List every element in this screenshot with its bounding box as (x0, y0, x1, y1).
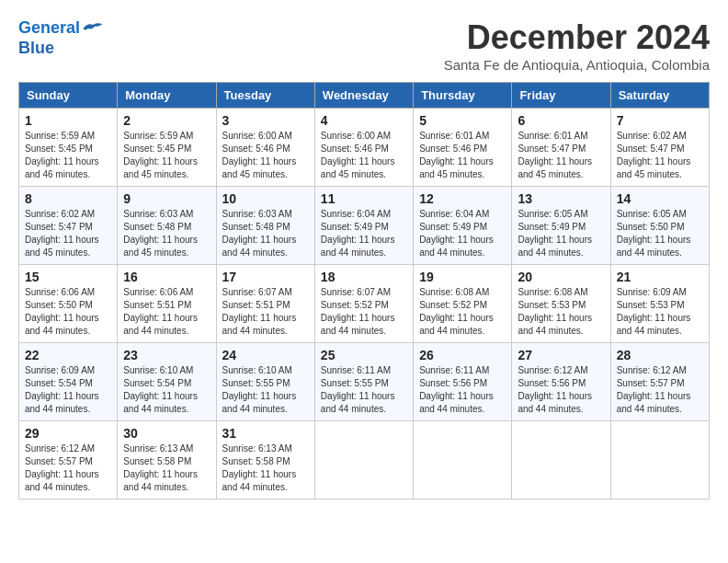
day-info: Sunrise: 6:11 AM Sunset: 5:55 PM Dayligh… (321, 364, 407, 416)
day-info: Sunrise: 6:07 AM Sunset: 5:52 PM Dayligh… (321, 286, 407, 338)
logo: General Blue (18, 18, 104, 58)
day-info: Sunrise: 6:03 AM Sunset: 5:48 PM Dayligh… (222, 208, 309, 259)
logo-text: General (18, 18, 80, 39)
day-number: 27 (518, 348, 604, 362)
day-number: 26 (419, 348, 506, 362)
day-number: 11 (321, 191, 407, 206)
col-header-wednesday: Wednesday (314, 83, 413, 109)
col-header-sunday: Sunday (19, 83, 118, 109)
day-info: Sunrise: 6:13 AM Sunset: 5:58 PM Dayligh… (222, 442, 309, 494)
calendar-cell: 4 Sunrise: 6:00 AM Sunset: 5:46 PM Dayli… (314, 109, 413, 187)
day-info: Sunrise: 6:04 AM Sunset: 5:49 PM Dayligh… (321, 208, 407, 259)
day-info: Sunrise: 6:06 AM Sunset: 5:50 PM Dayligh… (25, 286, 111, 338)
day-info: Sunrise: 6:07 AM Sunset: 5:51 PM Dayligh… (222, 286, 309, 338)
day-number: 16 (123, 270, 210, 284)
day-number: 7 (617, 113, 703, 128)
logo-text2: Blue (18, 39, 104, 59)
calendar-week-3: 15 Sunrise: 6:06 AM Sunset: 5:50 PM Dayl… (19, 265, 710, 343)
calendar-cell (314, 421, 413, 500)
col-header-tuesday: Tuesday (216, 83, 314, 109)
day-info: Sunrise: 6:03 AM Sunset: 5:48 PM Dayligh… (123, 208, 210, 259)
calendar-cell: 24 Sunrise: 6:10 AM Sunset: 5:55 PM Dayl… (216, 343, 314, 421)
calendar-cell: 14 Sunrise: 6:05 AM Sunset: 5:50 PM Dayl… (610, 187, 709, 265)
calendar-cell: 10 Sunrise: 6:03 AM Sunset: 5:48 PM Dayl… (216, 187, 314, 265)
calendar-cell: 22 Sunrise: 6:09 AM Sunset: 5:54 PM Dayl… (19, 343, 118, 421)
day-number: 17 (222, 270, 309, 284)
calendar-table: SundayMondayTuesdayWednesdayThursdayFrid… (18, 82, 710, 500)
day-number: 5 (419, 113, 506, 128)
calendar-cell: 29 Sunrise: 6:12 AM Sunset: 5:57 PM Dayl… (19, 421, 118, 500)
calendar-cell: 9 Sunrise: 6:03 AM Sunset: 5:48 PM Dayli… (118, 187, 216, 265)
bird-icon (82, 19, 104, 38)
day-info: Sunrise: 6:01 AM Sunset: 5:47 PM Dayligh… (518, 130, 604, 181)
col-header-friday: Friday (512, 83, 610, 109)
col-header-thursday: Thursday (414, 83, 512, 109)
calendar-cell: 12 Sunrise: 6:04 AM Sunset: 5:49 PM Dayl… (414, 187, 512, 265)
day-number: 20 (518, 270, 604, 284)
day-number: 15 (25, 270, 111, 284)
calendar-cell (414, 421, 512, 500)
calendar-cell: 18 Sunrise: 6:07 AM Sunset: 5:52 PM Dayl… (314, 265, 413, 343)
day-number: 22 (25, 348, 111, 362)
day-info: Sunrise: 6:04 AM Sunset: 5:49 PM Dayligh… (419, 208, 506, 259)
day-info: Sunrise: 6:08 AM Sunset: 5:52 PM Dayligh… (419, 286, 506, 338)
title-block: December 2024 Santa Fe de Antioquia, Ant… (444, 18, 710, 73)
calendar-cell: 3 Sunrise: 6:00 AM Sunset: 5:46 PM Dayli… (216, 109, 314, 187)
day-info: Sunrise: 6:00 AM Sunset: 5:46 PM Dayligh… (321, 130, 407, 181)
calendar-cell (610, 421, 709, 500)
calendar-cell: 19 Sunrise: 6:08 AM Sunset: 5:52 PM Dayl… (414, 265, 512, 343)
day-info: Sunrise: 6:02 AM Sunset: 5:47 PM Dayligh… (617, 130, 703, 181)
day-info: Sunrise: 6:05 AM Sunset: 5:49 PM Dayligh… (518, 208, 604, 259)
calendar-cell: 26 Sunrise: 6:11 AM Sunset: 5:56 PM Dayl… (414, 343, 512, 421)
calendar-week-4: 22 Sunrise: 6:09 AM Sunset: 5:54 PM Dayl… (19, 343, 710, 421)
calendar-week-2: 8 Sunrise: 6:02 AM Sunset: 5:47 PM Dayli… (19, 187, 710, 265)
col-header-saturday: Saturday (610, 83, 709, 109)
day-number: 6 (518, 113, 604, 128)
day-number: 21 (617, 270, 703, 284)
calendar-cell: 25 Sunrise: 6:11 AM Sunset: 5:55 PM Dayl… (314, 343, 413, 421)
day-number: 9 (123, 191, 210, 206)
day-info: Sunrise: 6:08 AM Sunset: 5:53 PM Dayligh… (518, 286, 604, 338)
calendar-cell: 8 Sunrise: 6:02 AM Sunset: 5:47 PM Dayli… (19, 187, 118, 265)
calendar-cell: 27 Sunrise: 6:12 AM Sunset: 5:56 PM Dayl… (512, 343, 610, 421)
calendar-cell: 16 Sunrise: 6:06 AM Sunset: 5:51 PM Dayl… (118, 265, 216, 343)
day-info: Sunrise: 6:11 AM Sunset: 5:56 PM Dayligh… (419, 364, 506, 416)
day-number: 4 (321, 113, 407, 128)
day-number: 10 (222, 191, 309, 206)
day-info: Sunrise: 5:59 AM Sunset: 5:45 PM Dayligh… (25, 130, 111, 181)
col-header-monday: Monday (118, 83, 216, 109)
day-info: Sunrise: 6:09 AM Sunset: 5:53 PM Dayligh… (617, 286, 703, 338)
calendar-cell: 1 Sunrise: 5:59 AM Sunset: 5:45 PM Dayli… (19, 109, 118, 187)
day-info: Sunrise: 6:12 AM Sunset: 5:57 PM Dayligh… (617, 364, 703, 416)
month-title: December 2024 (444, 18, 710, 57)
calendar-cell: 15 Sunrise: 6:06 AM Sunset: 5:50 PM Dayl… (19, 265, 118, 343)
calendar-header-row: SundayMondayTuesdayWednesdayThursdayFrid… (19, 83, 710, 109)
calendar-cell: 23 Sunrise: 6:10 AM Sunset: 5:54 PM Dayl… (118, 343, 216, 421)
calendar-cell: 31 Sunrise: 6:13 AM Sunset: 5:58 PM Dayl… (216, 421, 314, 500)
calendar-week-1: 1 Sunrise: 5:59 AM Sunset: 5:45 PM Dayli… (19, 109, 710, 187)
day-number: 18 (321, 270, 407, 284)
calendar-cell: 2 Sunrise: 5:59 AM Sunset: 5:45 PM Dayli… (118, 109, 216, 187)
day-number: 2 (123, 113, 210, 128)
day-number: 24 (222, 348, 309, 362)
day-number: 23 (123, 348, 210, 362)
day-info: Sunrise: 6:05 AM Sunset: 5:50 PM Dayligh… (617, 208, 703, 259)
day-number: 29 (25, 426, 111, 441)
day-number: 8 (25, 191, 111, 206)
day-number: 31 (222, 426, 309, 441)
calendar-cell: 21 Sunrise: 6:09 AM Sunset: 5:53 PM Dayl… (610, 265, 709, 343)
calendar-cell: 28 Sunrise: 6:12 AM Sunset: 5:57 PM Dayl… (610, 343, 709, 421)
day-info: Sunrise: 6:00 AM Sunset: 5:46 PM Dayligh… (222, 130, 309, 181)
day-number: 19 (419, 270, 506, 284)
calendar-cell: 13 Sunrise: 6:05 AM Sunset: 5:49 PM Dayl… (512, 187, 610, 265)
day-info: Sunrise: 6:10 AM Sunset: 5:55 PM Dayligh… (222, 364, 309, 416)
calendar-cell: 20 Sunrise: 6:08 AM Sunset: 5:53 PM Dayl… (512, 265, 610, 343)
location-subtitle: Santa Fe de Antioquia, Antioquia, Colomb… (444, 57, 710, 73)
day-info: Sunrise: 5:59 AM Sunset: 5:45 PM Dayligh… (123, 130, 210, 181)
calendar-cell: 17 Sunrise: 6:07 AM Sunset: 5:51 PM Dayl… (216, 265, 314, 343)
day-info: Sunrise: 6:12 AM Sunset: 5:56 PM Dayligh… (518, 364, 604, 416)
page-header: General Blue December 2024 Santa Fe de A… (18, 18, 710, 73)
calendar-cell: 11 Sunrise: 6:04 AM Sunset: 5:49 PM Dayl… (314, 187, 413, 265)
day-number: 30 (123, 426, 210, 441)
day-info: Sunrise: 6:06 AM Sunset: 5:51 PM Dayligh… (123, 286, 210, 338)
